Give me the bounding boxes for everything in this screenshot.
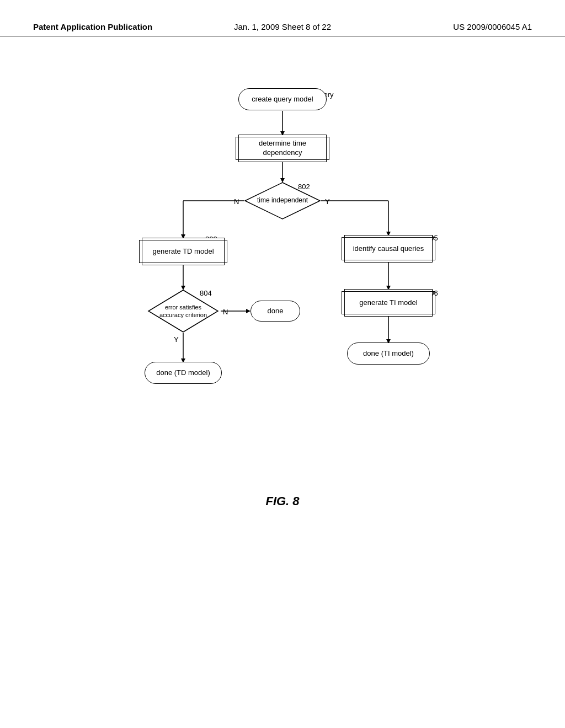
svg-marker-21 bbox=[148, 290, 218, 332]
done-ti-oval: done (TI model) bbox=[347, 342, 430, 365]
create-query-model: create query model bbox=[238, 88, 327, 110]
determine-time-dependency: determine time dependency bbox=[238, 135, 327, 162]
page: Patent Application Publication Jan. 1, 2… bbox=[0, 0, 565, 728]
done-oval: done bbox=[250, 301, 300, 322]
done-td-oval: done (TD model) bbox=[145, 362, 222, 384]
header-right: US 2009/0006045 A1 bbox=[366, 22, 532, 31]
y-label-right: Y bbox=[325, 197, 330, 207]
n-label-left: N bbox=[234, 197, 239, 207]
figure-caption: FIG. 8 bbox=[0, 494, 565, 508]
identify-causal-queries: identify causal queries bbox=[344, 235, 433, 263]
generate-td-model: generate TD model bbox=[142, 238, 225, 265]
diamond-shape: time independent bbox=[244, 181, 321, 220]
error-diamond-shape: error satisfies accuracy criterion bbox=[147, 289, 219, 333]
header-left: Patent Application Publication bbox=[33, 22, 199, 31]
error-diamond: error satisfies accuracy criterion bbox=[147, 289, 219, 333]
header: Patent Application Publication Jan. 1, 2… bbox=[0, 0, 565, 36]
generate-ti-model: generate TI model bbox=[344, 289, 433, 317]
flowchart: query create query model 801 determine t… bbox=[73, 81, 492, 478]
header-center: Jan. 1, 2009 Sheet 8 of 22 bbox=[199, 22, 365, 31]
n-label-right: N bbox=[223, 308, 228, 317]
y-label-below: Y bbox=[174, 335, 179, 345]
time-independent-diamond: time independent bbox=[244, 181, 321, 220]
svg-marker-13 bbox=[246, 309, 250, 313]
svg-marker-20 bbox=[245, 183, 320, 219]
